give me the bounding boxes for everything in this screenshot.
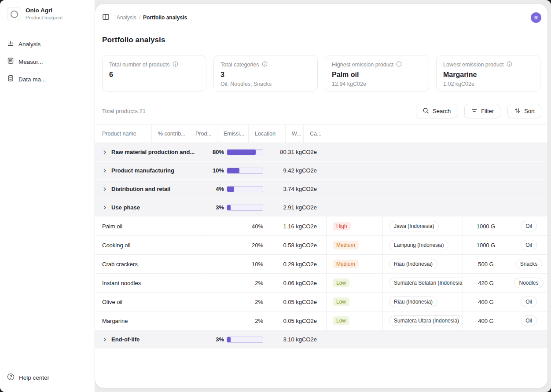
bar-chart-icon: [7, 40, 14, 48]
percent-contribution-cell: 40%: [201, 217, 270, 235]
emission-risk-cell: High: [326, 217, 382, 235]
stat-subtext: 12.94 kgC02e: [332, 81, 422, 88]
products-table: Product name % contrib... Prod... Emissi…: [95, 125, 547, 349]
category-badge: Oil: [521, 221, 537, 231]
risk-badge: Low: [333, 278, 349, 287]
column-header-product-name[interactable]: Product name: [95, 125, 151, 143]
lifecycle-group-row[interactable]: Product manufacturing10%9.42 kgCO2e: [95, 161, 547, 180]
progress-bar-fill: [227, 205, 231, 210]
info-icon[interactable]: [396, 61, 402, 69]
product-name-cell: Margarine: [95, 311, 201, 330]
weight-cell: 500 G: [463, 255, 509, 273]
stat-label: Lowest emission product: [443, 62, 504, 68]
emission-risk-cell: Low: [326, 274, 382, 292]
weight-cell: 1000 G: [463, 236, 509, 254]
filter-button[interactable]: Filter: [464, 104, 500, 118]
group-name: End-of-life: [111, 336, 140, 343]
product-name-cell: Instant noodles: [95, 274, 201, 292]
total-products-label: Total products 21: [102, 108, 146, 114]
product-name-cell: Cooking oil: [95, 236, 201, 254]
sort-button-label: Sort: [524, 108, 535, 114]
location-badge: Riau (Indonesia): [389, 297, 437, 307]
category-badge: Snacks: [515, 259, 542, 269]
percent-contribution-cell: 2%: [201, 274, 270, 292]
category-cell: Snacks: [509, 255, 548, 273]
page-title: Portfolio analysis: [102, 36, 547, 44]
location-cell: Riau (Indonesia): [382, 293, 463, 311]
sidebar-toggle-icon[interactable]: [102, 13, 110, 22]
column-header-location[interactable]: Location: [248, 125, 285, 143]
chevron-right-icon[interactable]: [102, 150, 107, 155]
sort-button[interactable]: Sort: [507, 104, 541, 118]
sidebar-item-label: Measur...: [18, 59, 43, 65]
search-button[interactable]: Search: [416, 104, 457, 118]
lifecycle-group-row[interactable]: End-of-life3%3.10 kgCO2e: [95, 330, 547, 349]
group-emission-value: 3.10 kgCO2e: [263, 336, 317, 343]
lifecycle-group-row[interactable]: Distribution and retail4%3.74 kgCO2e: [95, 180, 547, 198]
risk-badge: High: [333, 222, 351, 231]
user-avatar[interactable]: R: [531, 12, 541, 23]
product-row[interactable]: Palm oil40%1.16 kgCO2eHighJawa (Indonesi…: [95, 217, 547, 236]
stat-card-total-categories: Total categories 3 Oil, Noodles, Snacks: [213, 55, 318, 92]
info-icon[interactable]: [507, 61, 512, 69]
sidebar-item-label: Analysis: [18, 41, 40, 48]
breadcrumb-current: Portfolio analysis: [143, 15, 187, 21]
table-toolbar: Total products 21 Search Filter Sort: [102, 104, 541, 118]
sidebar-item-analysis[interactable]: Analysis: [4, 37, 91, 51]
breadcrumb-separator: /: [139, 15, 140, 21]
progress-bar: [227, 168, 263, 174]
stat-subtext: [109, 81, 199, 88]
database-icon: [7, 75, 14, 84]
chevron-right-icon[interactable]: [102, 168, 107, 173]
location-cell: Lampung (Indonesia): [382, 236, 463, 254]
stat-value: Margarine: [443, 71, 533, 79]
emission-value-cell: 1.16 kgCO2e: [270, 217, 326, 235]
group-percent: 80%: [209, 149, 224, 155]
group-name-cell: Use phase: [95, 204, 209, 211]
column-header-emission-risk[interactable]: Emissi...: [217, 125, 248, 143]
help-center-label: Help center: [19, 374, 49, 381]
info-icon[interactable]: [262, 61, 268, 69]
sidebar-item-measurements[interactable]: Measur...: [4, 55, 91, 69]
emission-value-cell: 0.06 kgCO2e: [270, 274, 326, 292]
chevron-right-icon[interactable]: [102, 205, 107, 210]
risk-badge: Low: [333, 297, 349, 306]
category-badge: Oil: [521, 297, 537, 307]
product-row[interactable]: Margarine2%0.05 kgCO2eLowSumatera Utara …: [95, 311, 547, 330]
product-name-cell: Olive oil: [95, 293, 201, 311]
group-name-cell: Product manufacturing: [95, 167, 209, 174]
group-name: Distribution and retail: [111, 186, 170, 192]
stat-label: Total categories: [220, 62, 259, 68]
group-percent: 3%: [209, 204, 224, 211]
category-cell: Oil: [509, 217, 548, 235]
group-emission-value: 3.74 kgCO2e: [263, 186, 317, 192]
search-icon: [422, 107, 429, 115]
lifecycle-group-row[interactable]: Use phase3%2.91 kgCO2e: [95, 198, 547, 217]
emission-risk-cell: Low: [326, 311, 382, 330]
product-row[interactable]: Crab crackers10%0.29 kgCO2eMediumRiau (I…: [95, 255, 547, 274]
table-body: Raw material production and...80%80.31 k…: [95, 143, 547, 349]
column-header-product-emission[interactable]: Prod...: [189, 125, 217, 143]
progress-bar: [227, 149, 263, 155]
column-header-weight[interactable]: W...: [285, 125, 303, 143]
product-row[interactable]: Instant noodles2%0.06 kgCO2eLowSumatera …: [95, 274, 547, 293]
location-badge: Sumatera Utara (Indonesia): [389, 315, 463, 326]
group-percent: 10%: [209, 167, 224, 174]
group-name-cell: Raw material production and...: [95, 149, 209, 155]
chevron-right-icon[interactable]: [102, 187, 107, 192]
group-percent: 4%: [209, 186, 224, 192]
location-badge: Sumatera Selatan (Indonesia): [389, 278, 463, 288]
column-header-category[interactable]: Ca...: [303, 125, 322, 143]
product-row[interactable]: Cooking oil20%0.58 kgCO2eMediumLampung (…: [95, 236, 547, 255]
info-icon[interactable]: [173, 61, 178, 69]
lifecycle-group-row[interactable]: Raw material production and...80%80.31 k…: [95, 143, 547, 161]
breadcrumb-parent[interactable]: Analysis: [117, 15, 136, 21]
chevron-right-icon[interactable]: [102, 337, 107, 342]
percent-contribution-cell: 10%: [201, 255, 270, 273]
brand-subtitle: Product footprint: [26, 15, 62, 21]
sidebar-item-data-management[interactable]: Data ma...: [4, 72, 91, 86]
product-row[interactable]: Olive oil2%0.05 kgCO2eLowRiau (Indonesia…: [95, 293, 547, 311]
column-header-percent-contribution[interactable]: % contrib...: [151, 125, 189, 143]
help-center-link[interactable]: Help center: [7, 373, 88, 382]
stat-label: Total number of products: [109, 62, 170, 68]
